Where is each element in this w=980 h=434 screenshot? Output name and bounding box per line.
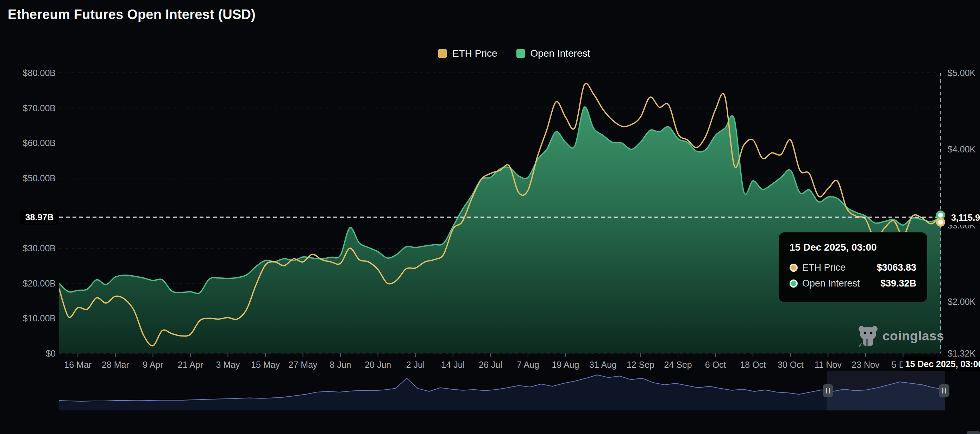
- coinglass-mascot-icon: [858, 325, 878, 347]
- tooltip-date: 15 Dec 2025, 03:00: [789, 242, 916, 253]
- open-interest-dot-icon: [789, 280, 798, 288]
- tooltip-row-open-interest: Open Interest $39.32B: [789, 278, 916, 289]
- scrollbar-sliver[interactable]: [967, 431, 980, 434]
- coinglass-watermark: coinglass: [858, 325, 944, 347]
- current-open-interest-chip: 38.97B: [20, 210, 59, 224]
- current-eth-price-chip: 3,115.90: [946, 210, 980, 225]
- tooltip-row-eth-price: ETH Price $3063.83: [789, 262, 916, 273]
- navigator-left-handle[interactable]: [822, 384, 833, 397]
- chart-plot-area[interactable]: [0, 0, 980, 434]
- coinglass-chart-page: Ethereum Futures Open Interest (USD) ETH…: [0, 0, 980, 434]
- hover-tooltip: 15 Dec 2025, 03:00 ETH Price $3063.83 Op…: [779, 232, 927, 302]
- crosshair-date-chip: 15 Dec 2025, 03:00: [903, 356, 980, 371]
- navigator-right-handle[interactable]: [939, 384, 950, 397]
- eth-price-dot-icon: [789, 264, 798, 272]
- watermark-text: coinglass: [883, 329, 944, 343]
